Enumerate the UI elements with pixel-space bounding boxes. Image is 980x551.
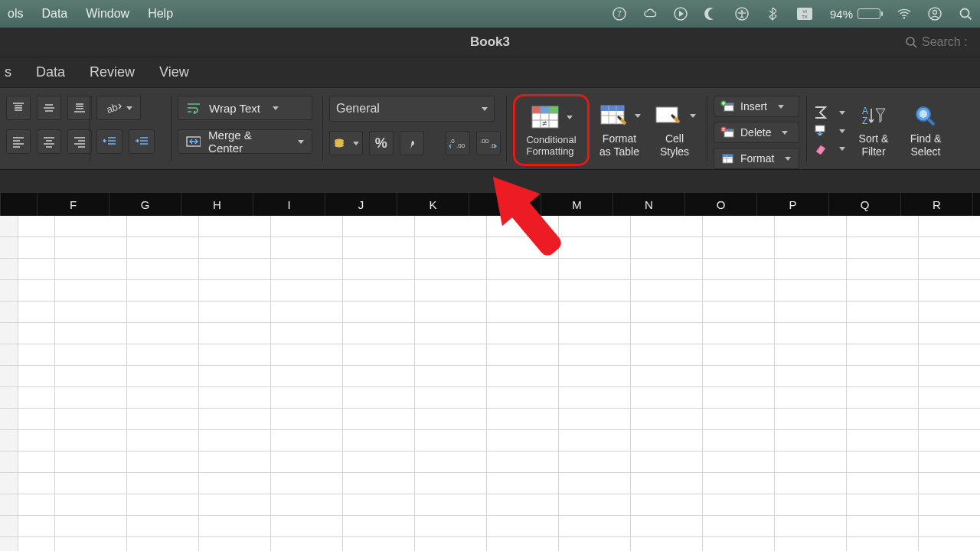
wrap-text-button[interactable]: Wrap Text (178, 96, 312, 120)
cell[interactable] (271, 366, 343, 386)
cell[interactable] (343, 409, 415, 429)
cell[interactable] (415, 302, 487, 322)
cell[interactable] (775, 280, 847, 301)
cell[interactable] (343, 344, 415, 365)
cell[interactable] (847, 259, 919, 279)
cell[interactable] (199, 344, 271, 365)
cell[interactable] (343, 452, 415, 472)
bluetooth-icon[interactable] (766, 7, 779, 21)
cell[interactable] (415, 537, 487, 551)
cell[interactable] (55, 452, 127, 472)
tab-review[interactable]: Review (88, 61, 136, 83)
cell[interactable] (271, 302, 343, 322)
cell[interactable] (55, 537, 127, 551)
column-header[interactable]: I (253, 193, 325, 216)
cell[interactable] (559, 237, 631, 258)
cell[interactable] (919, 216, 980, 236)
column-header[interactable]: F (38, 193, 109, 216)
cell[interactable] (919, 430, 980, 451)
cell[interactable] (199, 516, 271, 536)
cell[interactable] (55, 323, 127, 344)
cell[interactable] (631, 537, 703, 551)
cell[interactable] (559, 280, 631, 301)
cell[interactable] (919, 323, 980, 344)
cell[interactable] (199, 366, 271, 386)
cell[interactable] (631, 280, 703, 301)
cell[interactable] (55, 473, 127, 494)
cell[interactable] (703, 452, 775, 472)
moon-icon[interactable] (704, 7, 718, 21)
play-icon[interactable] (674, 7, 688, 21)
cell[interactable] (199, 323, 271, 344)
cell[interactable] (919, 237, 980, 258)
cell[interactable] (343, 387, 415, 408)
cell[interactable] (199, 259, 271, 279)
cell[interactable] (703, 237, 775, 258)
cell[interactable] (631, 366, 703, 386)
cell[interactable] (127, 516, 199, 536)
menu-item-help[interactable]: Help (148, 7, 173, 21)
increase-decimal-button[interactable]: .0.00 (446, 131, 470, 155)
column-header[interactable]: O (685, 193, 757, 216)
cell[interactable] (415, 259, 487, 279)
cell[interactable] (559, 323, 631, 344)
accessibility-icon[interactable] (735, 7, 749, 21)
decrease-indent-button[interactable] (96, 129, 122, 154)
cell[interactable] (343, 216, 415, 236)
cell[interactable] (55, 366, 127, 386)
cell[interactable] (271, 280, 343, 301)
cell[interactable] (559, 387, 631, 408)
cell[interactable] (271, 237, 343, 258)
cell[interactable] (127, 537, 199, 551)
cell[interactable] (631, 516, 703, 536)
menu-item-window[interactable]: Window (86, 7, 129, 21)
align-top-button[interactable] (6, 96, 31, 120)
cell[interactable] (127, 216, 199, 236)
cell[interactable] (55, 516, 127, 536)
cell[interactable] (127, 259, 199, 279)
input-source-icon[interactable]: VITX (796, 7, 813, 21)
cell[interactable] (127, 473, 199, 494)
cell[interactable] (847, 494, 919, 515)
cell[interactable] (775, 537, 847, 551)
currency-button[interactable] (329, 131, 363, 155)
cell[interactable] (415, 494, 487, 515)
cell[interactable] (55, 494, 127, 515)
cell[interactable] (55, 237, 127, 258)
delete-button[interactable]: Delete (714, 122, 799, 143)
user-icon[interactable] (928, 7, 942, 21)
cell[interactable] (55, 216, 127, 236)
find-select-button[interactable]: Find &Select (902, 94, 949, 166)
cell[interactable] (487, 430, 559, 451)
cell-styles-button[interactable]: CellStyles (649, 94, 700, 166)
cell[interactable] (703, 323, 775, 344)
cell[interactable] (775, 302, 847, 322)
cell[interactable] (559, 409, 631, 429)
cell[interactable] (487, 387, 559, 408)
comma-button[interactable] (400, 131, 424, 155)
cell[interactable] (775, 323, 847, 344)
cell[interactable] (559, 473, 631, 494)
cell[interactable] (55, 387, 127, 408)
cell[interactable] (487, 537, 559, 551)
cell[interactable] (127, 344, 199, 365)
cell[interactable] (271, 387, 343, 408)
cell[interactable] (199, 473, 271, 494)
cell[interactable] (55, 344, 127, 365)
cell[interactable] (487, 344, 559, 365)
cell[interactable] (415, 473, 487, 494)
cell[interactable] (487, 259, 559, 279)
clear-button[interactable] (813, 142, 845, 155)
align-left-button[interactable] (6, 129, 31, 154)
percent-button[interactable]: % (369, 131, 394, 155)
cell[interactable] (919, 494, 980, 515)
cell[interactable] (703, 537, 775, 551)
conditional-formatting-button[interactable]: ≠ ConditionalFormatting (513, 94, 590, 166)
cell[interactable] (775, 237, 847, 258)
cell[interactable] (775, 259, 847, 279)
cell[interactable] (703, 302, 775, 322)
column-header[interactable]: N (613, 193, 685, 216)
cell[interactable] (919, 473, 980, 494)
orientation-button[interactable]: ab (96, 96, 141, 120)
cell[interactable] (703, 473, 775, 494)
